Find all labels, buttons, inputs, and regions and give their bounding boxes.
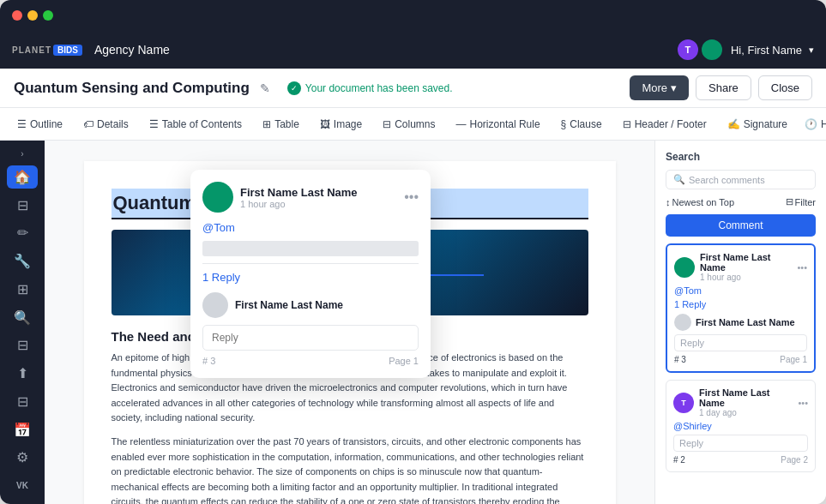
comment-1-reply-count[interactable]: 1 Reply [674,299,807,309]
right-panel: Search 🔍 Search comments ↕ Newest on Top… [654,141,826,504]
logo-planet: PLANET [12,45,51,55]
popup-more-icon[interactable]: ••• [404,189,419,205]
tool-image[interactable]: 🖼 Image [313,115,369,134]
comment-2-time: 1 day ago [699,408,793,417]
agency-name: Agency Name [94,43,170,57]
popup-time: 1 hour ago [240,199,358,209]
avatar-user [700,38,724,62]
header-footer-icon: ⊟ [623,118,631,130]
sidebar-item-misc[interactable]: ⊟ [7,390,38,413]
sidebar-item-edit[interactable]: ✏ [7,221,38,244]
comment-1-reply-area: First Name Last Name [674,314,807,331]
close-dot[interactable] [12,10,22,21]
sidebar-item-upload[interactable]: ⬆ [7,362,38,385]
topbar-right: T Hi, First Name ▾ [676,38,814,62]
tool-outline-label: Outline [30,118,63,130]
popup-divider [202,263,419,264]
sidebar-item-calendar[interactable]: 📅 [7,418,38,441]
comment-2-mention: @Shirley [673,421,808,431]
sidebar-item-tools[interactable]: 🔧 [7,249,38,273]
tool-signature[interactable]: ✍ Signature [720,115,794,134]
tool-clause-label: Clause [570,118,601,130]
list-icon: ☰ [17,118,27,130]
tool-details[interactable]: 🏷 Details [76,115,136,134]
app-window: PLANET BIDS Agency Name T Hi, First Name… [0,0,826,504]
comment-1-reply-input[interactable]: Reply [674,334,807,351]
more-button[interactable]: More ▾ [630,75,689,100]
popup-reply-input[interactable] [202,325,419,351]
newest-label: Newest on Top [672,197,735,207]
filter-row: ↕ Newest on Top ⊟ Filter [666,196,816,207]
connector-line [431,274,484,276]
tool-hrule[interactable]: — Horizontal Rule [449,115,547,134]
topbar: PLANET BIDS Agency Name T Hi, First Name… [0,31,826,69]
add-comment-button[interactable]: Comment [666,214,816,237]
close-button[interactable]: Close [758,75,812,100]
sidebar-expand[interactable]: › [14,147,31,160]
comment-2-header: T First Name Last Name 1 day ago ••• [673,387,808,417]
comment-1-reply-avatar [674,314,691,331]
edit-icon[interactable]: ✎ [260,81,270,95]
sidebar-item-vk[interactable]: VK [7,474,38,497]
sidebar-item-search[interactable]: 🔍 [7,306,38,329]
filter-button[interactable]: ⊟ Filter [786,196,816,207]
table-icon: ⊞ [262,118,271,130]
popup-page-num: Page 1 [389,356,419,366]
doc-para2: The relentless miniaturization over the … [112,435,588,504]
sort-icon: ↕ [666,197,671,207]
comment-1-more-icon[interactable]: ••• [797,262,807,273]
chevron-down-icon: ▾ [671,81,677,94]
image-icon: 🖼 [320,118,330,130]
columns-icon: ⊟ [383,118,391,130]
comment-2-page: Page 2 [781,455,808,465]
popup-reply-name: First Name Last Name [235,299,343,311]
tool-header-footer[interactable]: ⊟ Header / Footer [616,115,714,134]
popup-page-badge: # 3 [202,356,215,366]
newest-button[interactable]: ↕ Newest on Top [666,197,734,207]
comment-card-2: T First Name Last Name 1 day ago ••• @Sh… [666,380,816,472]
comment-2-footer: # 2 Page 2 [673,455,808,465]
tool-outline[interactable]: ☰ Outline [10,115,69,134]
tool-columns[interactable]: ⊟ Columns [376,115,442,134]
clause-icon: § [561,118,567,130]
filter-label: Filter [795,197,816,207]
sidebar-item-docs[interactable]: ⊟ [7,194,38,217]
comment-1-reply-user: First Name Last Name [696,317,795,327]
saved-text: Your document has been saved. [305,82,453,94]
popup-reply-avatar [202,292,228,318]
comment-2-reply-input[interactable]: Reply [673,435,808,452]
tag-icon: 🏷 [83,118,93,130]
logo-bids: BIDS [53,45,82,56]
sidebar-item-grid[interactable]: ⊞ [7,278,38,301]
search-icon: 🔍 [673,174,685,185]
filter-icon: ⊟ [786,196,793,207]
logo-area: PLANET BIDS Agency Name [12,43,170,57]
tool-hrule-label: Horizontal Rule [470,118,540,130]
tool-clause[interactable]: § Clause [554,115,609,134]
comment-1-user: First Name Last Name [700,252,792,273]
history-button[interactable]: 🕐 History [796,115,826,134]
avatar-t: T [676,38,700,62]
maximize-dot[interactable] [43,10,53,21]
popup-reply-count[interactable]: 1 Reply [202,271,419,284]
minimize-dot[interactable] [27,10,38,21]
comment-1-mention: @Tom [674,285,807,296]
comment-popup: First Name Last Name 1 hour ago ••• @Tom… [190,170,431,378]
toc-icon: ☰ [149,118,159,130]
signature-icon: ✍ [727,118,740,130]
popup-reply-area: First Name Last Name [202,292,419,318]
share-button[interactable]: Share [696,75,751,100]
tool-toc-label: Table of Contents [162,118,242,130]
popup-mention: @Tom [202,221,419,234]
tool-table[interactable]: ⊞ Table [256,115,306,134]
search-input[interactable]: 🔍 Search comments [666,170,816,189]
tool-details-label: Details [97,118,129,130]
sidebar-item-layers[interactable]: ⊟ [7,333,38,357]
checkmark-icon: ✓ [287,81,301,95]
sidebar-item-home[interactable]: 🏠 [7,165,38,189]
sidebar-item-settings[interactable]: ⚙ [7,447,38,470]
comment-2-more-icon[interactable]: ••• [798,398,808,408]
comment-2-badge: # 2 [673,455,685,465]
comment-card-1: First Name Last Name 1 hour ago ••• @Tom… [666,243,816,373]
tool-toc[interactable]: ☰ Table of Contents [142,115,249,134]
